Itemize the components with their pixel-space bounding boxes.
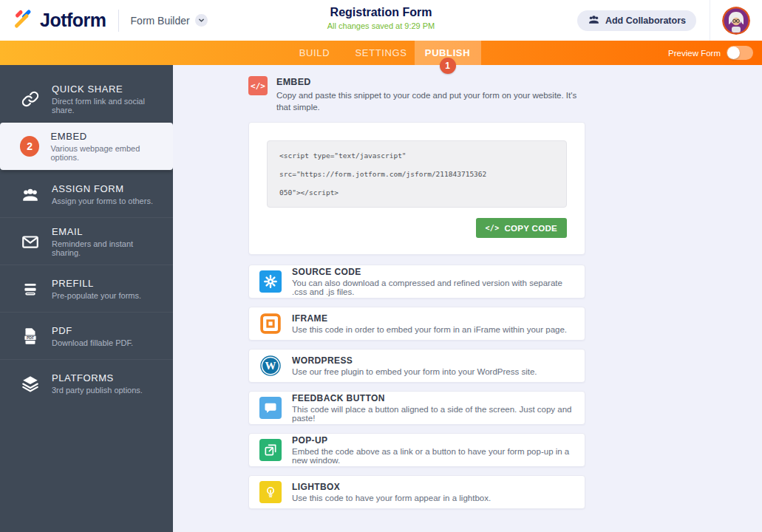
embed-code-card: <script type="text/javascript" src="http… [248,122,585,255]
wordpress-icon: W [259,355,282,377]
section-description: Copy and paste this snippet to your code… [276,90,587,113]
option-desc: Use this code in order to embed your for… [292,325,567,334]
add-collaborators-button[interactable]: Add Collaborators [577,10,696,31]
sidebar-item-quick-share[interactable]: QUICK SHARE Direct form link and social … [0,75,173,123]
sidebar-item-desc: Various webpage embed options. [50,144,164,162]
option-desc: You can also download a compressed and r… [292,279,574,296]
option-iframe[interactable]: IFRAME Use this code in order to embed y… [248,307,585,341]
step-badge-1: 1 [440,58,456,74]
option-desc: This code will place a button aligned to… [292,405,574,423]
link-icon [20,89,41,109]
popup-window-icon [259,439,282,461]
code-line: 050"></script> [279,183,554,202]
step-badge-2: 2 [20,136,39,157]
tab-settings[interactable]: SETTINGS [348,41,415,65]
chevron-down-icon[interactable] [195,14,208,27]
option-title: FEEDBACK BUTTON [292,393,574,403]
option-desc: Use our free plugin to embed your form i… [292,367,537,376]
sidebar-item-label: QUICK SHARE [52,83,164,95]
sidebar-item-embed[interactable]: 2 EMBED Various webpage embed options. [0,123,173,170]
layers-icon [20,373,41,394]
pdf-icon: PDF [20,326,41,347]
option-popup[interactable]: POP-UP Embed the code above as a link or… [248,433,585,467]
sidebar-item-label: PLATFORMS [52,372,143,383]
embed-options-list: SOURCE CODE You can also download a comp… [248,265,585,509]
sidebar-item-label: EMBED [50,131,164,142]
code-line: src="https://form.jotform.com/jsform/211… [279,165,554,183]
sidebar-item-prefill[interactable]: PREFILL Pre-populate your forms. [0,265,173,312]
main-navbar: BUILD SETTINGS PUBLISH 1 Preview Form [0,41,762,65]
lightbulb-icon [259,481,282,503]
envelope-icon [20,231,41,252]
tab-build[interactable]: BUILD [282,41,348,65]
sidebar-item-label: PREFILL [52,278,141,289]
embed-code-snippet[interactable]: <script type="text/javascript" src="http… [267,140,567,208]
option-title: WORDPRESS [292,355,537,366]
preview-form-toggle[interactable] [727,46,753,60]
sidebar-item-assign-form[interactable]: ASSIGN FORM Assign your forms to others. [0,170,173,217]
gear-icon [259,270,282,293]
form-builder-menu[interactable]: Form Builder [131,14,208,27]
option-title: POP-UP [292,435,574,446]
people-icon [20,184,41,205]
embed-section-header: </> EMBED Copy and paste this snippet to… [248,76,585,113]
option-title: SOURCE CODE [292,267,574,277]
jotform-logo[interactable]: Jotform [12,9,106,33]
sidebar-item-desc: Download fillable PDF. [52,338,133,347]
publish-sidebar: QUICK SHARE Direct form link and social … [0,65,173,532]
sidebar-item-desc: Pre-populate your forms. [52,291,141,300]
app-label-text: Form Builder [131,15,190,27]
sidebar-item-desc: 3rd party publish options. [52,386,143,395]
sidebar-item-platforms[interactable]: PLATFORMS 3rd party publish options. [0,359,173,406]
header-divider [118,10,119,32]
sidebar-item-label: EMAIL [52,226,164,237]
brand-name: Jotform [40,10,106,31]
people-icon [588,14,600,27]
copy-code-label: COPY CODE [504,224,557,233]
sidebar-item-desc: Reminders and instant sharing. [52,239,164,257]
sidebar-item-pdf[interactable]: PDF PDF Download fillable PDF. [0,312,173,359]
avatar[interactable] [722,7,750,35]
option-desc: Embed the code above as a link or a butt… [292,447,574,465]
top-header: Jotform Form Builder Registration Form A… [0,0,762,41]
sidebar-item-desc: Direct form link and social share. [52,97,164,115]
code-line: <script type="text/javascript" [279,146,554,165]
preview-form-label: Preview Form [668,49,721,58]
toggle-knob [727,47,740,59]
option-source-code[interactable]: SOURCE CODE You can also download a comp… [248,265,585,299]
option-wordpress[interactable]: W WORDPRESS Use our free plugin to embed… [248,349,585,383]
option-desc: Use this code to have your form appear i… [292,494,491,502]
header-divider [710,0,710,41]
publish-main-panel: </> EMBED Copy and paste this snippet to… [173,65,762,532]
sidebar-item-label: ASSIGN FORM [52,183,153,194]
copy-code-button[interactable]: </> COPY CODE [476,218,567,238]
code-icon: </> [486,224,500,232]
section-title: EMBED [276,77,587,87]
option-title: LIGHTBOX [292,482,491,492]
option-lightbox[interactable]: LIGHTBOX Use this code to have your form… [248,475,585,509]
svg-text:W: W [265,360,276,372]
jotform-logo-icon [12,9,33,33]
svg-text:PDF: PDF [27,335,34,339]
iframe-icon [259,313,282,335]
option-feedback-button[interactable]: FEEDBACK BUTTON This code will place a b… [248,391,585,425]
add-collaborators-label: Add Collaborators [605,16,686,26]
code-icon: </> [248,76,268,95]
sidebar-item-desc: Assign your forms to others. [52,197,153,205]
sidebar-item-email[interactable]: EMAIL Reminders and instant sharing. [0,217,173,265]
sidebar-item-label: PDF [52,325,133,336]
option-title: IFRAME [292,313,567,324]
speech-bubble-icon [259,397,282,419]
prefill-icon [20,279,41,299]
